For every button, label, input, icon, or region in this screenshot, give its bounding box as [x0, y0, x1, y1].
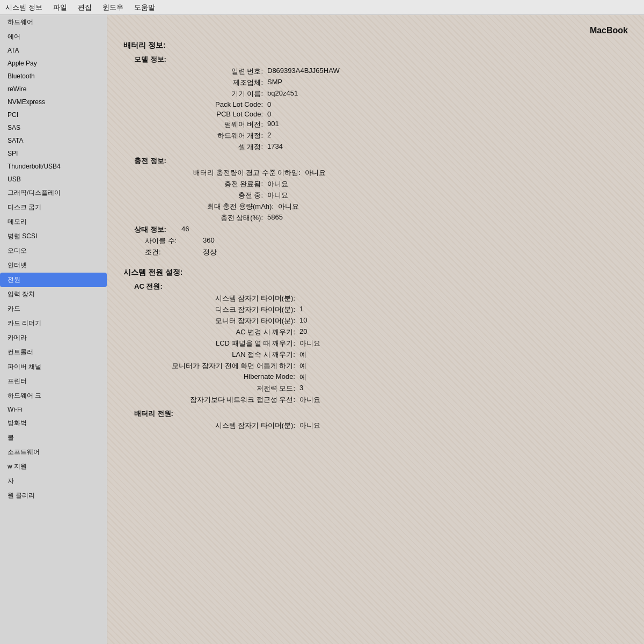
sidebar-item-card[interactable]: 카드: [0, 302, 107, 316]
sidebar-item-thunderbolt[interactable]: Thunderbolt/USB4: [0, 160, 107, 173]
network-access-value: 아니요: [299, 395, 320, 405]
sidebar-item-wsupport[interactable]: w 지원: [0, 459, 107, 474]
pack-lot-label: Pack Lot Code:: [145, 100, 263, 108]
charge-complete-row: 충전 완료됨: 아니요: [145, 179, 628, 189]
charge-complete-value: 아니요: [267, 179, 288, 189]
hardware-rev-label: 하드웨어 개정:: [145, 131, 263, 141]
hibernate-row: Hibernate Mode: 예: [145, 372, 628, 382]
sidebar-item-hwck[interactable]: 하드웨어 크: [0, 389, 107, 403]
battery-section-title: 배터리 정보:: [123, 41, 628, 50]
hardware-rev-row: 하드웨어 개정: 2: [145, 131, 628, 141]
manufacturer-row: 제조업체: SMP: [145, 78, 628, 87]
cycle-row: 사이클 수: 360: [145, 236, 628, 246]
status-section-value: 46: [181, 225, 189, 235]
lcd-wake-value: 아니요: [299, 339, 320, 348]
sidebar-item-power[interactable]: 전원: [0, 273, 107, 287]
condition-row: 조건: 정상: [145, 247, 628, 257]
network-access-label: 잠자기보다 네트워크 접근성 우선:: [145, 395, 295, 405]
ac-wake-value: 20: [299, 327, 307, 337]
sidebar-item-graphics[interactable]: 그래픽/디스플레이: [0, 186, 107, 200]
menu-system-info[interactable]: 시스템 정보: [5, 3, 42, 12]
max-capacity-label: 최대 충전 용량(mAh):: [145, 202, 274, 211]
cell-rev-row: 셀 개정: 1734: [145, 142, 628, 152]
sidebar-item-camera[interactable]: 카메라: [0, 331, 107, 345]
sidebar-item-wifi[interactable]: Wi-Fi: [0, 403, 107, 416]
sidebar-item-ata[interactable]: ATA: [0, 44, 107, 57]
device-name-row: 기기 이름: bq20z451: [145, 89, 628, 99]
charge-state-row: 충전 상태(%): 5865: [145, 213, 628, 223]
sys-sleep2-value: 아니요: [299, 421, 320, 430]
cell-rev-value: 1734: [267, 142, 283, 152]
serial-label: 일련 번호:: [145, 67, 263, 76]
serial-value: D869393A4BJJ65HAW: [267, 67, 340, 76]
charge-section-title: 충전 정보:: [134, 156, 628, 166]
sidebar-item-sas[interactable]: SAS: [0, 121, 107, 134]
charging-value: 아니요: [267, 191, 288, 200]
sidebar-item-printer[interactable]: 프린터: [0, 374, 107, 389]
menu-file[interactable]: 파일: [53, 3, 67, 12]
sidebar-item-vol[interactable]: 볼: [0, 430, 107, 445]
menu-help[interactable]: 도움말: [134, 3, 155, 12]
sidebar-item-controller[interactable]: 컨트롤러: [0, 345, 107, 360]
lan-wake-row: LAN 접속 시 깨우기: 예: [145, 350, 628, 360]
sidebar-item-audio[interactable]: 오디오: [0, 244, 107, 258]
sidebar-item-pci[interactable]: PCI: [0, 108, 107, 121]
sidebar-item-firewall[interactable]: 방화벽: [0, 416, 107, 430]
charge-complete-label: 충전 완료됨:: [145, 179, 263, 189]
charging-row: 충전 중: 아니요: [145, 191, 628, 200]
sidebar-item-won[interactable]: 원 클리리: [0, 488, 107, 503]
monitor-sleep-label: 모니터 잠자기 타이머(분):: [145, 316, 295, 326]
sidebar-item-nvmexpress[interactable]: NVMExpress: [0, 96, 107, 108]
monitor-dim-row: 모니터가 잠자기 전에 화면 어둡게 하기: 예: [145, 361, 628, 371]
content-area: MacBook 배터리 정보: 모델 정보: 일련 번호: D869393A4B…: [107, 15, 644, 644]
cycle-label: 사이클 수:: [145, 236, 199, 246]
sidebar-item-memory[interactable]: 메모리: [0, 215, 107, 229]
menu-edit[interactable]: 편집: [78, 3, 92, 12]
menubar: 시스템 정보 파일 편집 윈도우 도움말: [0, 0, 644, 15]
sidebar-item-hardware[interactable]: 하드웨어: [0, 15, 107, 30]
sidebar-item-spi[interactable]: SPI: [0, 147, 107, 160]
lcd-wake-row: LCD 패널을 열 때 깨우기: 아니요: [145, 339, 628, 348]
battery-power-title: 배터리 전원:: [134, 409, 628, 419]
status-section-row: 상태 정보: 46: [123, 225, 628, 235]
hibernate-label: Hibernate Mode:: [145, 372, 295, 382]
sidebar-item-input[interactable]: 입력 장치: [0, 287, 107, 302]
sidebar-item-usb[interactable]: USB: [0, 173, 107, 186]
charging-label: 충전 중:: [145, 191, 263, 200]
lcd-wake-label: LCD 패널을 열 때 깨우기:: [145, 339, 295, 348]
manufacturer-value: SMP: [267, 78, 282, 87]
sidebar-item-rewire[interactable]: reWire: [0, 83, 107, 96]
condition-value: 정상: [203, 247, 217, 257]
sidebar-item-disc[interactable]: 디스크 굽기: [0, 200, 107, 215]
charge-state-label: 충전 상태(%):: [145, 213, 263, 223]
ac-wake-row: AC 변경 시 깨우기: 20: [145, 327, 628, 337]
sidebar-item-air[interactable]: 에어: [0, 30, 107, 44]
monitor-sleep-row: 모니터 잠자기 타이머(분): 10: [145, 316, 628, 326]
sidebar-item-sata[interactable]: SATA: [0, 134, 107, 147]
sidebar-item-software[interactable]: 소프트웨어: [0, 445, 107, 459]
status-section-label: 상태 정보:: [134, 225, 177, 235]
sidebar-item-scsi[interactable]: 병렬 SCSI: [0, 229, 107, 244]
sidebar-item-fiber[interactable]: 파이버 채널: [0, 360, 107, 374]
sidebar-item-applepay[interactable]: Apple Pay: [0, 57, 107, 70]
serial-row: 일련 번호: D869393A4BJJ65HAW: [145, 67, 628, 76]
monitor-dim-label: 모니터가 잠자기 전에 화면 어둡게 하기:: [145, 361, 295, 371]
sidebar-item-bluetooth[interactable]: Bluetooth: [0, 70, 107, 83]
ac-wake-label: AC 변경 시 깨우기:: [145, 327, 295, 337]
low-power-row: 저전력 모드: 3: [145, 384, 628, 393]
sidebar-item-ja[interactable]: 자: [0, 474, 107, 488]
cycle-value: 360: [203, 236, 215, 246]
device-name-value: bq20z451: [267, 89, 298, 99]
low-charge-row: 배터리 충전량이 경고 수준 이하임: 아니요: [145, 168, 628, 178]
sidebar-item-internet[interactable]: 인터넷: [0, 258, 107, 273]
network-access-row: 잠자기보다 네트워크 접근성 우선: 아니요: [145, 395, 628, 405]
main-layout: 하드웨어 에어 ATA Apple Pay Bluetooth reWire N…: [0, 15, 644, 644]
monitor-dim-value: 예: [299, 361, 306, 371]
sidebar-item-cardreader[interactable]: 카드 리더기: [0, 316, 107, 331]
macbook-title: MacBook: [590, 26, 628, 35]
low-charge-label: 배터리 충전량이 경고 수준 이하임:: [145, 168, 301, 178]
menu-window[interactable]: 윈도우: [103, 3, 123, 12]
max-capacity-row: 최대 충전 용량(mAh): 아니요: [145, 202, 628, 211]
ac-section-title: AC 전원:: [134, 282, 628, 291]
condition-label: 조건:: [145, 247, 199, 257]
